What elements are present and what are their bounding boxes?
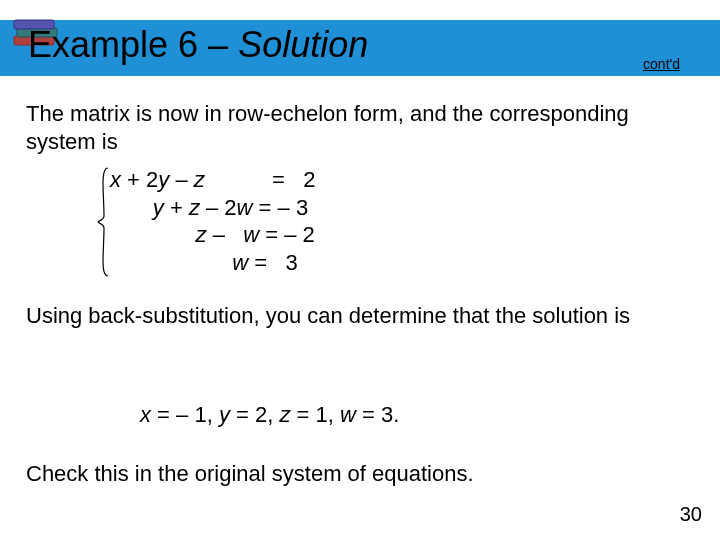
equation-row: w = 3: [110, 249, 315, 277]
title-prefix: Example 6 –: [28, 24, 238, 65]
slide-title: Example 6 – Solution: [28, 24, 368, 66]
equation-row: x + 2y – z = 2: [110, 166, 315, 194]
equation-system: x + 2y – z = 2 y + z – 2w = – 3 z – w = …: [110, 166, 315, 276]
equation-row: y + z – 2w = – 3: [110, 194, 315, 222]
paragraph-2: Using back-substitution, you can determi…: [26, 302, 686, 330]
equation-row: z – w = – 2: [110, 221, 315, 249]
paragraph-3: Check this in the original system of equ…: [26, 460, 686, 488]
solution-line: x = – 1, y = 2, z = 1, w = 3.: [140, 402, 399, 428]
paragraph-1: The matrix is now in row-echelon form, a…: [26, 100, 686, 155]
system-brace-icon: [96, 166, 110, 278]
title-italic: Solution: [238, 24, 368, 65]
continued-label: cont'd: [643, 56, 680, 72]
page-number: 30: [680, 503, 702, 526]
